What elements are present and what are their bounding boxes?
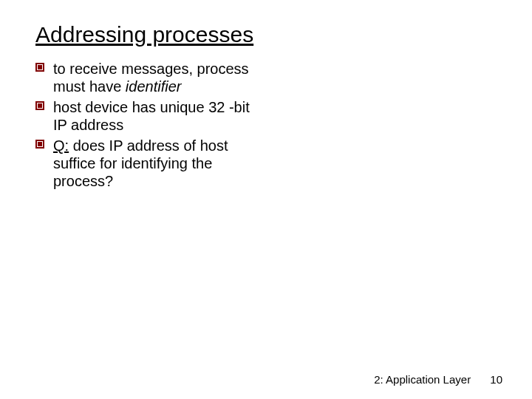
bullet-text-italic: identifier — [126, 78, 182, 95]
bullet-list: to receive messages, process must have i… — [35, 60, 265, 190]
bullet-text: does IP address of host suffice for iden… — [53, 137, 228, 189]
bullet-text: host device has unique 32 -bit IP addres… — [53, 99, 250, 133]
footer: 2: Application Layer 10 — [374, 373, 502, 386]
bullet-item-identifier: to receive messages, process must have i… — [35, 60, 265, 95]
question-label: Q: — [53, 137, 69, 154]
footer-chapter: 2: Application Layer — [374, 373, 471, 386]
page-title: Addressing processes — [35, 22, 502, 47]
slide: Addressing processes to receive messages… — [0, 0, 532, 399]
body-column: to receive messages, process must have i… — [35, 60, 265, 190]
bullet-item-question: Q: does IP address of host suffice for i… — [35, 137, 265, 190]
bullet-item-ip: host device has unique 32 -bit IP addres… — [35, 98, 265, 134]
footer-page-number: 10 — [490, 373, 502, 386]
